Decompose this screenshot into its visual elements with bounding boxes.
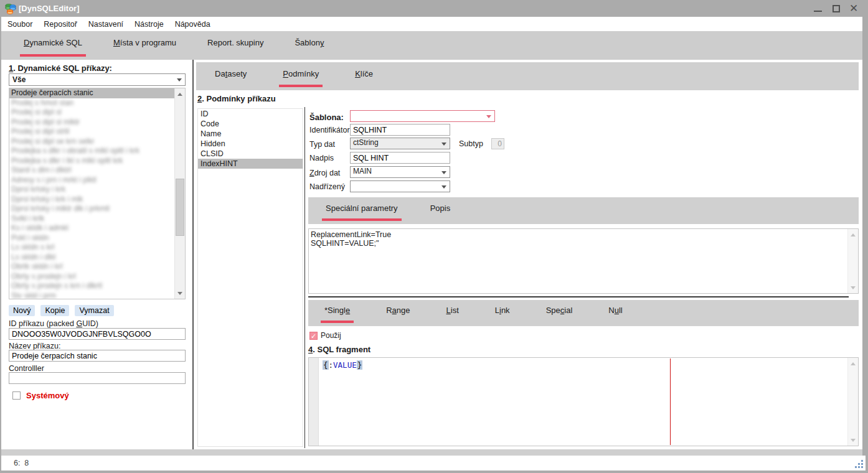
tab-range[interactable]: Range — [382, 300, 413, 323]
list-item-redacted[interactable]: Dprsl krlsky i krk — [9, 185, 174, 195]
title-bar[interactable]: [DynSQLEditor] ✕ — [0, 0, 868, 17]
tab-null[interactable]: Null — [605, 300, 626, 323]
list-item-redacted[interactable]: Prodej si dipl sl mlktr — [9, 118, 174, 128]
scroll-up-icon[interactable] — [848, 230, 858, 240]
commands-filter-combobox[interactable]: Vše — [9, 73, 186, 86]
condition-item-hidden[interactable]: Hidden — [198, 139, 303, 149]
controller-label: Controlller — [9, 364, 44, 373]
maximize-button[interactable] — [827, 0, 846, 17]
open-brace-token: { — [323, 360, 329, 370]
minimize-button[interactable] — [808, 0, 827, 17]
pouzij-checkbox[interactable]: ✓ — [309, 332, 318, 340]
tab-report-skupiny[interactable]: Report. skupiny — [204, 31, 267, 57]
sablona-combobox[interactable] — [350, 110, 495, 122]
list-item-redacted[interactable]: Prodej si dipl se krn selkr — [9, 137, 174, 147]
list-item-redacted[interactable]: Stanil s dlm i dlktrl — [9, 166, 174, 176]
typ-dat-value: ctString — [351, 138, 379, 147]
menu-nastroje[interactable]: Nástroje — [129, 19, 169, 30]
list-item-redacted[interactable]: Obrty s prodejn i krl — [9, 272, 174, 282]
controller-input[interactable] — [9, 372, 186, 384]
tab-list[interactable]: List — [443, 300, 463, 323]
tab-datasety[interactable]: Datasety — [211, 62, 250, 87]
list-item-redacted[interactable]: Pokl i skldn — [9, 233, 174, 243]
sablona-label: Šablona: — [309, 113, 344, 122]
resize-grip-icon[interactable] — [856, 461, 863, 468]
zdroj-dat-combobox[interactable]: MAIN — [350, 166, 450, 178]
tab-dynamicke-sql[interactable]: Dynamické SQL — [20, 31, 86, 57]
list-item-selected[interactable]: Prodeje čerpacích stanic — [9, 88, 174, 98]
scroll-down-icon[interactable] — [848, 435, 858, 445]
condition-item-code[interactable]: Code — [198, 119, 303, 129]
section-divider — [308, 296, 849, 297]
commands-list[interactable]: Prodeje čerpacích stanic Prodej s hmot s… — [9, 88, 186, 299]
tab-klice[interactable]: Klíče — [351, 62, 377, 87]
list-item-redacted[interactable]: Prodej si dipl sl — [9, 108, 174, 118]
colon-token: : — [329, 360, 334, 370]
command-id-input[interactable] — [9, 328, 186, 340]
new-button[interactable]: Nový — [9, 305, 35, 316]
chevron-down-icon — [486, 115, 491, 118]
list-item-redacted[interactable]: Dprsl krlsky i krk i mlk — [9, 195, 174, 205]
list-item-redacted[interactable]: Prodejka s dlkr i obratil s mlkl opltl i… — [9, 146, 174, 156]
identifikator-input[interactable] — [350, 124, 450, 136]
scroll-up-icon[interactable] — [848, 358, 858, 368]
list-item-redacted[interactable]: Prodej si dipl strlil — [9, 127, 174, 137]
editor-scrollbar[interactable] — [847, 358, 858, 446]
list-item-redacted[interactable]: Obrty s prodejn s krn i dlkrtl — [9, 281, 174, 291]
close-button[interactable]: ✕ — [844, 0, 863, 17]
list-item-redacted[interactable]: Ks i skldk i admkl — [9, 223, 174, 233]
special-params-textarea[interactable]: ReplacementLink=True SQLHINT=VALUE;" — [311, 230, 846, 292]
commands-list-scrollbar[interactable] — [174, 88, 185, 299]
tab-mista-v-programu[interactable]: Místa v programu — [110, 31, 180, 57]
system-checkbox[interactable] — [12, 391, 21, 400]
chevron-down-icon — [177, 78, 182, 82]
typ-dat-combobox[interactable]: ctString — [350, 138, 450, 149]
conditions-list[interactable]: ID Code Name Hidden CLSID IndexHINT — [197, 108, 303, 447]
tab-specialni-parametry[interactable]: Speciální parametry — [322, 197, 402, 221]
list-item-redacted[interactable]: Obrtk skldn i krl — [9, 262, 174, 272]
list-item-redacted[interactable]: Ls skldn s krl — [9, 243, 174, 253]
commands-filter-value: Vše — [12, 75, 26, 84]
list-item-redacted[interactable]: Ls skldn i dlkl — [9, 253, 174, 263]
tab-podminky[interactable]: Podmínky — [279, 62, 323, 87]
tab-popis[interactable]: Popis — [427, 197, 455, 221]
command-name-label: Název příkazu: — [9, 342, 60, 350]
condition-item-clsid[interactable]: CLSID — [198, 149, 303, 159]
list-item-redacted[interactable]: Svlkl i krlk — [9, 214, 174, 224]
list-item-redacted[interactable]: Prodej s hmot stan — [9, 98, 174, 108]
subtyp-input[interactable]: 0 — [491, 138, 504, 149]
nadrizeny-combobox[interactable] — [350, 180, 450, 192]
scrollbar-thumb[interactable] — [176, 179, 184, 236]
minimize-icon — [814, 11, 822, 12]
condition-item-name[interactable]: Name — [198, 129, 303, 139]
tab-sablony[interactable]: Šablony — [291, 31, 328, 57]
tab-special[interactable]: Special — [542, 300, 577, 323]
scroll-up-icon[interactable] — [175, 89, 185, 99]
list-item-redacted[interactable]: Stv skld i prm — [9, 291, 174, 299]
tab-single[interactable]: *Single — [321, 300, 354, 323]
menu-soubor[interactable]: Soubor — [7, 19, 38, 30]
list-item-redacted[interactable]: Prodejka s dlkr i tkl s mlkl opltl krk — [9, 156, 174, 166]
menu-repositor[interactable]: Repositoř — [38, 19, 83, 30]
system-checkbox-row: Systémový — [12, 391, 69, 400]
copy-button[interactable]: Kopie — [40, 305, 69, 316]
main-tab-bar: Dynamické SQL Místa v programu Report. s… — [1, 31, 862, 60]
param-tab-bar: Speciální parametry Popis — [308, 197, 859, 224]
scroll-down-icon[interactable] — [175, 288, 185, 298]
list-item-redacted[interactable]: Dprsl krlsky i mlktr dlk i prkmtl — [9, 204, 174, 214]
editor-code-line[interactable]: {:VALUE} — [323, 360, 362, 370]
condition-item-id[interactable]: ID — [198, 109, 303, 119]
list-item-redacted[interactable]: Adresy s i prn i mrkt i plktl — [9, 176, 174, 185]
nadpis-input[interactable] — [350, 152, 450, 164]
delete-button[interactable]: Vymazat — [75, 305, 113, 316]
tab-link[interactable]: Link — [491, 300, 514, 323]
special-params-scrollbar[interactable] — [847, 229, 858, 293]
condition-item-indexhint[interactable]: IndexHINT — [198, 159, 303, 169]
menu-napoveda[interactable]: Nápověda — [169, 19, 216, 30]
sql-fragment-editor[interactable]: {:VALUE} — [308, 357, 859, 446]
scroll-down-icon[interactable] — [848, 283, 858, 293]
panel-splitter[interactable] — [192, 60, 194, 449]
commands-heading: 1. Dynamické SQL příkazy: — [9, 63, 112, 73]
command-name-input[interactable] — [9, 350, 186, 362]
menu-nastaveni[interactable]: Nastavení — [83, 19, 129, 30]
